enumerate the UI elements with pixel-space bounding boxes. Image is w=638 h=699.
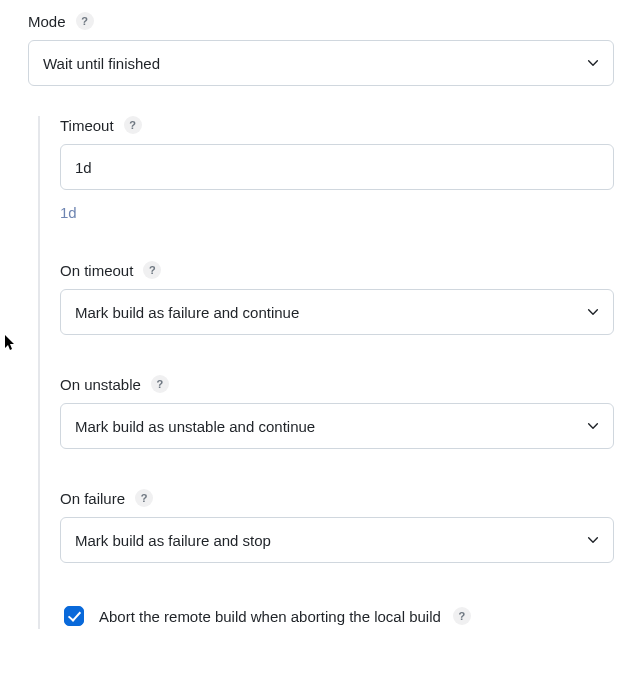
on-unstable-label: On unstable [60,376,141,393]
mode-field: Mode ? Wait until finished [0,12,638,86]
on-failure-select[interactable]: Mark build as failure and stop [60,517,614,563]
abort-remote-label: Abort the remote build when aborting the… [99,608,441,625]
timeout-hint: 1d [60,204,638,221]
timeout-label: Timeout [60,117,114,134]
help-icon[interactable]: ? [453,607,471,625]
mode-select[interactable]: Wait until finished [28,40,614,86]
on-timeout-select[interactable]: Mark build as failure and continue [60,289,614,335]
on-timeout-field: On timeout ? Mark build as failure and c… [60,261,638,335]
abort-remote-row: Abort the remote build when aborting the… [60,603,638,629]
on-unstable-select[interactable]: Mark build as unstable and continue [60,403,614,449]
help-icon[interactable]: ? [124,116,142,134]
help-icon[interactable]: ? [143,261,161,279]
timeout-input[interactable] [60,144,614,190]
on-failure-label: On failure [60,490,125,507]
mode-label: Mode [28,13,66,30]
help-icon[interactable]: ? [76,12,94,30]
help-icon[interactable]: ? [151,375,169,393]
on-unstable-field: On unstable ? Mark build as unstable and… [60,375,638,449]
help-icon[interactable]: ? [135,489,153,507]
on-failure-field: On failure ? Mark build as failure and s… [60,489,638,563]
abort-remote-checkbox[interactable] [64,606,84,626]
timeout-field: Timeout ? 1d [60,116,638,221]
on-timeout-label: On timeout [60,262,133,279]
